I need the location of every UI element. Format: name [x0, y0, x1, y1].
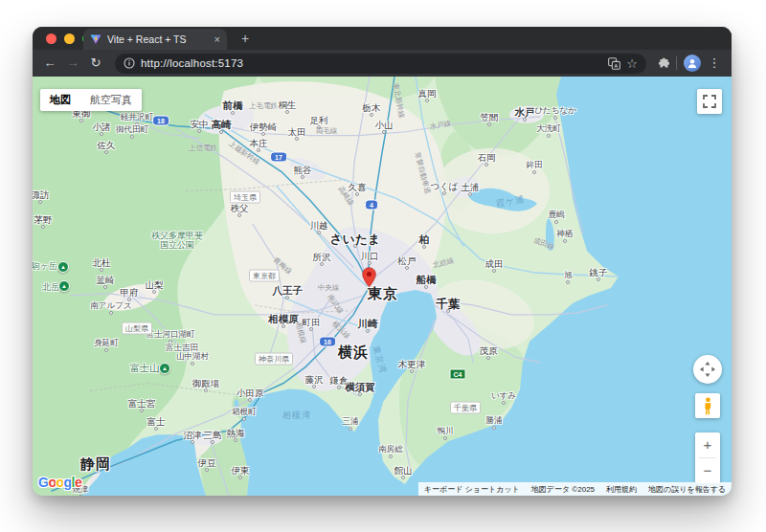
zoom-out-button[interactable]: −	[695, 458, 720, 483]
address-bar[interactable]: http://localhost:5173 ☆	[115, 54, 646, 74]
reload-button[interactable]: ↻	[86, 54, 105, 73]
browser-toolbar: ← → ↻ http://localhost:5173 ☆	[33, 50, 732, 77]
forward-button[interactable]: →	[63, 54, 82, 73]
google-logo-letter: o	[56, 475, 63, 490]
translate-icon[interactable]	[608, 57, 620, 70]
keyboard-shortcuts-link[interactable]: キーボード ショートカット	[418, 484, 526, 495]
vite-icon	[90, 33, 101, 45]
map-attribution-bar: キーボード ショートカット 地図データ ©2025 利用規約 地図の誤りを報告す…	[418, 482, 732, 496]
new-tab-button[interactable]: +	[236, 29, 255, 48]
map-type-map-button[interactable]: 地図	[40, 89, 80, 111]
window-minimize-button[interactable]	[64, 33, 75, 44]
window-close-button[interactable]	[46, 33, 56, 44]
person-icon	[687, 57, 698, 69]
pegman-button[interactable]	[695, 393, 720, 418]
map-type-control: 地図 航空写真	[40, 89, 142, 111]
browser-menu-icon[interactable]: ⋮	[705, 54, 724, 73]
tab-close-icon[interactable]: ×	[214, 34, 220, 45]
zoom-control: + −	[695, 432, 720, 483]
google-logo-letter: G	[38, 475, 48, 490]
map-pin[interactable]	[362, 267, 376, 288]
map-data-text: 地図データ ©2025	[526, 484, 600, 495]
map-viewport[interactable]: 東京さいたま横浜千葉静岡水戸前橋高崎川崎横須賀八王子相模原柏船橋川口松戸川越所沢…	[33, 77, 732, 496]
tab-strip: Vite + React + TS × +	[33, 27, 732, 50]
browser-window: Vite + React + TS × + ← → ↻ http://local…	[33, 27, 732, 496]
pan-control-button[interactable]	[693, 355, 722, 384]
google-logo-letter: g	[64, 475, 72, 490]
google-logo-letter: e	[75, 475, 81, 490]
map-canvas[interactable]	[33, 77, 732, 496]
back-button[interactable]: ←	[40, 54, 59, 73]
info-icon[interactable]	[124, 57, 135, 69]
extensions-icon[interactable]	[656, 56, 669, 70]
pegman-icon	[703, 397, 713, 415]
tab-title: Vite + React + TS	[107, 33, 209, 45]
fullscreen-button[interactable]	[697, 89, 722, 114]
terms-link[interactable]: 利用規約	[600, 484, 642, 495]
url-text[interactable]: http://localhost:5173	[141, 57, 602, 69]
profile-avatar[interactable]	[684, 55, 701, 72]
pan-arrows-icon	[697, 359, 718, 380]
map-type-satellite-button[interactable]: 航空写真	[80, 89, 142, 111]
toolbar-divider	[676, 56, 677, 70]
bookmark-star-icon[interactable]: ☆	[626, 57, 638, 70]
desktop: Vite + React + TS × + ← → ↻ http://local…	[0, 0, 766, 532]
report-error-link[interactable]: 地図の誤りを報告する	[642, 484, 732, 495]
fullscreen-icon	[703, 95, 716, 108]
browser-tab[interactable]: Vite + React + TS ×	[83, 29, 227, 50]
zoom-in-button[interactable]: +	[695, 432, 720, 457]
google-logo[interactable]: Google	[38, 475, 81, 490]
